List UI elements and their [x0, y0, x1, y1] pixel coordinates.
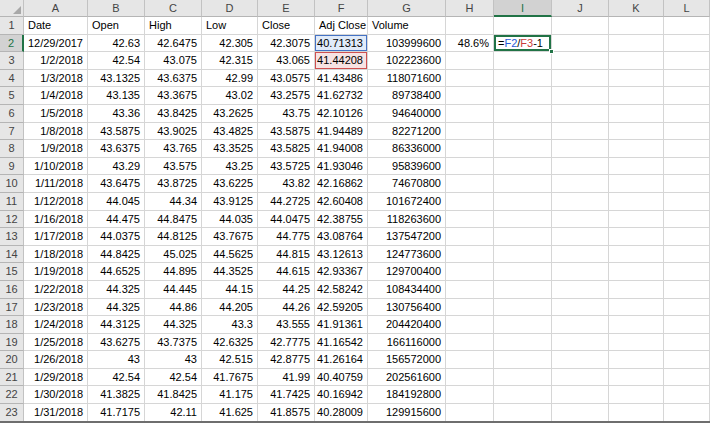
cell-A1[interactable]: Date	[24, 17, 88, 35]
cell-A16[interactable]: 1/22/2018	[24, 281, 88, 299]
cell-K9[interactable]	[609, 158, 664, 176]
cell-C5[interactable]: 43.3675	[145, 87, 202, 105]
fill-handle[interactable]	[549, 49, 554, 54]
cell-I22[interactable]	[494, 386, 552, 404]
cell-F21[interactable]: 40.40759	[315, 369, 368, 387]
cell-F3[interactable]: 41.44208	[315, 52, 368, 70]
cell-G23[interactable]: 129915600	[368, 404, 446, 422]
cell-E12[interactable]: 44.0475	[258, 211, 315, 229]
cell-H22[interactable]	[446, 386, 494, 404]
cell-D15[interactable]: 44.3525	[202, 263, 258, 281]
row-header-23[interactable]: 23	[0, 404, 24, 422]
cell-B3[interactable]: 42.54	[88, 52, 145, 70]
cell-C11[interactable]: 44.34	[145, 193, 202, 211]
col-header-G[interactable]: G	[368, 0, 446, 17]
cell-L12[interactable]	[664, 211, 710, 229]
cell-E9[interactable]: 43.5725	[258, 158, 315, 176]
cell-A2[interactable]: 12/29/2017	[24, 35, 88, 53]
cell-A17[interactable]: 1/23/2018	[24, 299, 88, 317]
cell-H2[interactable]: 48.6%	[446, 35, 494, 53]
row-header-9[interactable]: 9	[0, 158, 24, 176]
cell-B16[interactable]: 44.325	[88, 281, 145, 299]
cell-B2[interactable]: 42.63	[88, 35, 145, 53]
cell-C17[interactable]: 44.86	[145, 299, 202, 317]
cell-G11[interactable]: 101672400	[368, 193, 446, 211]
cell-J11[interactable]	[552, 193, 609, 211]
cell-B17[interactable]: 44.325	[88, 299, 145, 317]
cell-J4[interactable]	[552, 70, 609, 88]
cell-G18[interactable]: 204420400	[368, 316, 446, 334]
cell-F6[interactable]: 42.10126	[315, 105, 368, 123]
cell-A14[interactable]: 1/18/2018	[24, 246, 88, 264]
cell-E4[interactable]: 43.0575	[258, 70, 315, 88]
cell-F2[interactable]: 40.71313	[315, 35, 368, 53]
row-header-2[interactable]: 2	[0, 35, 24, 53]
cell-F15[interactable]: 42.93367	[315, 263, 368, 281]
cell-C4[interactable]: 43.6375	[145, 70, 202, 88]
cell-E11[interactable]: 44.2725	[258, 193, 315, 211]
cell-F16[interactable]: 42.58242	[315, 281, 368, 299]
cell-D10[interactable]: 43.6225	[202, 175, 258, 193]
cell-K6[interactable]	[609, 105, 664, 123]
cell-B8[interactable]: 43.6375	[88, 140, 145, 158]
cell-F17[interactable]: 42.59205	[315, 299, 368, 317]
col-header-L[interactable]: L	[664, 0, 710, 17]
cell-K2[interactable]	[609, 35, 664, 53]
cell-L21[interactable]	[664, 369, 710, 387]
cell-K14[interactable]	[609, 246, 664, 264]
cell-A19[interactable]: 1/25/2018	[24, 334, 88, 352]
cell-K8[interactable]	[609, 140, 664, 158]
cell-E2[interactable]: 42.3075	[258, 35, 315, 53]
cell-G16[interactable]: 108434400	[368, 281, 446, 299]
cell-K15[interactable]	[609, 263, 664, 281]
cell-I20[interactable]	[494, 351, 552, 369]
cell-J21[interactable]	[552, 369, 609, 387]
cell-K21[interactable]	[609, 369, 664, 387]
cell-J13[interactable]	[552, 228, 609, 246]
cell-J23[interactable]	[552, 404, 609, 422]
cell-C22[interactable]: 41.8425	[145, 386, 202, 404]
cell-D23[interactable]: 41.625	[202, 404, 258, 422]
col-header-K[interactable]: K	[609, 0, 664, 17]
active-cell-I2[interactable]: =F2/F3-1	[494, 35, 552, 53]
cell-H11[interactable]	[446, 193, 494, 211]
row-header-13[interactable]: 13	[0, 228, 24, 246]
cell-J22[interactable]	[552, 386, 609, 404]
cell-K1[interactable]	[609, 17, 664, 35]
cell-K18[interactable]	[609, 316, 664, 334]
cell-F4[interactable]: 41.43486	[315, 70, 368, 88]
cell-J2[interactable]	[552, 35, 609, 53]
cell-J15[interactable]	[552, 263, 609, 281]
cell-L11[interactable]	[664, 193, 710, 211]
cell-E22[interactable]: 41.7425	[258, 386, 315, 404]
cell-A6[interactable]: 1/5/2018	[24, 105, 88, 123]
cell-L17[interactable]	[664, 299, 710, 317]
cell-K20[interactable]	[609, 351, 664, 369]
select-all-corner[interactable]	[0, 0, 24, 17]
cell-B10[interactable]: 43.6475	[88, 175, 145, 193]
row-header-1[interactable]: 1	[0, 17, 24, 35]
cell-D7[interactable]: 43.4825	[202, 123, 258, 141]
cell-D1[interactable]: Low	[202, 17, 258, 35]
cell-C19[interactable]: 43.7375	[145, 334, 202, 352]
col-header-E[interactable]: E	[258, 0, 315, 17]
cell-D6[interactable]: 43.2625	[202, 105, 258, 123]
cell-E21[interactable]: 41.99	[258, 369, 315, 387]
cell-B6[interactable]: 43.36	[88, 105, 145, 123]
cell-A3[interactable]: 1/2/2018	[24, 52, 88, 70]
cell-I15[interactable]	[494, 263, 552, 281]
cell-A22[interactable]: 1/30/2018	[24, 386, 88, 404]
cell-B21[interactable]: 42.54	[88, 369, 145, 387]
cell-I12[interactable]	[494, 211, 552, 229]
cell-I18[interactable]	[494, 316, 552, 334]
cell-I7[interactable]	[494, 123, 552, 141]
cell-I14[interactable]	[494, 246, 552, 264]
cell-D2[interactable]: 42.305	[202, 35, 258, 53]
cell-G4[interactable]: 118071600	[368, 70, 446, 88]
cell-B22[interactable]: 41.3825	[88, 386, 145, 404]
cell-L22[interactable]	[664, 386, 710, 404]
cell-A5[interactable]: 1/4/2018	[24, 87, 88, 105]
row-header-12[interactable]: 12	[0, 211, 24, 229]
cell-E14[interactable]: 44.815	[258, 246, 315, 264]
cell-F23[interactable]: 40.28009	[315, 404, 368, 422]
